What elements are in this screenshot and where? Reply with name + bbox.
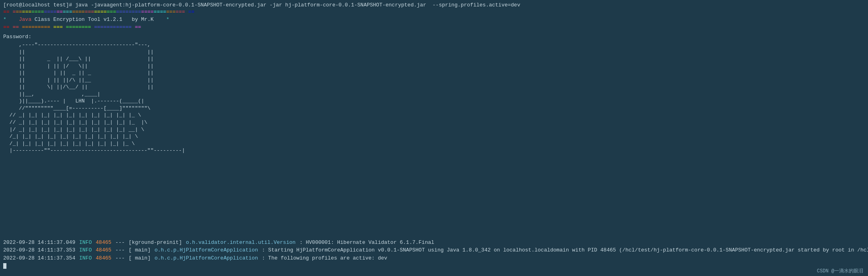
java-label: Java	[19, 16, 31, 24]
cursor-line	[3, 263, 865, 269]
log-class-3: o.h.c.p.HjPlatformCoreApplication	[155, 254, 258, 262]
log-line-1: 2022-09-28 14:11:37.049 INFO 48465 --- […	[3, 239, 865, 247]
log-level-1: INFO	[79, 239, 92, 247]
log-class-2: o.h.c.p.HjPlatformCoreApplication	[155, 246, 258, 254]
log-date-2: 2022-09-28 14:11:37.353	[3, 246, 75, 254]
terminal-cursor	[3, 263, 6, 269]
log-level-3: INFO	[79, 254, 92, 262]
log-line-3: 2022-09-28 14:11:37.354 INFO 48465 --- […	[3, 254, 865, 262]
log-pid-2: 48465	[96, 246, 111, 254]
password-section: Password:	[3, 33, 865, 41]
ascii-art: ,----"-------------------------------"--…	[3, 41, 865, 154]
separator-top: == =====================================…	[3, 9, 865, 16]
log-pid-1: 48465	[96, 239, 111, 247]
banner-asterisk-right: *	[166, 16, 170, 24]
command-line: [root@localhost test]# java -javaagent:h…	[3, 2, 865, 9]
log-thread-1: [kground-preinit]	[129, 239, 182, 247]
log-date-3: 2022-09-28 14:11:37.354	[3, 254, 75, 262]
banner-asterisk-left: *	[3, 16, 19, 24]
log-section: 2022-09-28 14:11:37.049 INFO 48465 --- […	[0, 239, 868, 269]
log-thread-3: [ main]	[129, 254, 151, 262]
log-pid-3: 48465	[96, 254, 111, 262]
log-sep-2: ---	[115, 246, 125, 254]
log-sep-1: ---	[115, 239, 125, 247]
log-thread-2: [ main]	[129, 246, 151, 254]
log-class-1: o.h.validator.internal.util.Version	[186, 239, 296, 247]
log-message-2: : Starting HjPlatformCoreApplication v0.…	[262, 246, 868, 254]
log-message-1: : HV000001: Hibernate Validator 6.1.7.Fi…	[300, 239, 434, 247]
banner-tool-text: Class Encryption Tool v1.2.1 by Mr.K	[31, 16, 166, 24]
terminal-window: [root@localhost test]# java -javaagent:h…	[0, 0, 868, 276]
banner-java-line: * Java Class Encryption Tool v1.2.1 by M…	[3, 16, 865, 24]
log-message-3: : The following profiles are active: dev	[262, 254, 387, 262]
separator-bottom: == == ========= === ======== ===========…	[3, 24, 865, 31]
log-date-1: 2022-09-28 14:11:37.049	[3, 239, 75, 247]
password-label: Password:	[3, 33, 865, 41]
log-line-2: 2022-09-28 14:11:37.353 INFO 48465 --- […	[3, 246, 865, 254]
log-sep-3: ---	[115, 254, 125, 262]
watermark: CSDN @一滴水的眼泪	[817, 268, 863, 274]
log-level-2: INFO	[79, 246, 92, 254]
